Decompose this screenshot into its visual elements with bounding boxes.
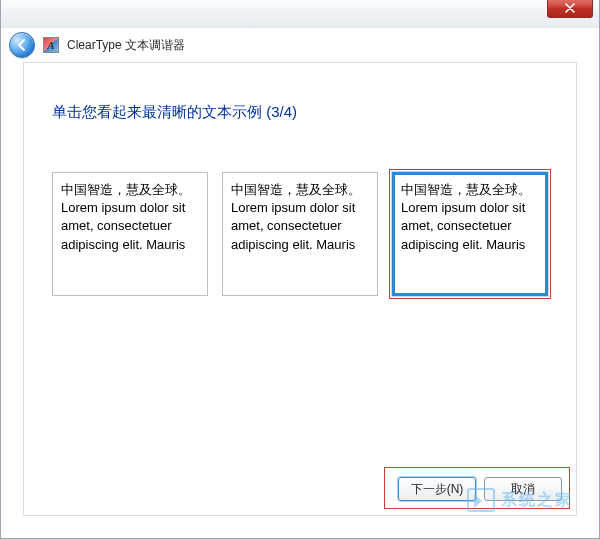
back-arrow-icon (15, 38, 29, 52)
back-button[interactable] (9, 32, 35, 58)
text-sample-1[interactable]: 中国智造，慧及全球。 Lorem ipsum dolor sit amet, c… (52, 172, 208, 296)
cancel-button[interactable]: 取消 (484, 477, 562, 501)
content-panel: 单击您看起来最清晰的文本示例 (3/4) 中国智造，慧及全球。 Lorem ip… (23, 62, 577, 516)
sample-cn-text: 中国智造，慧及全球。 (231, 182, 361, 197)
sample-cn-text: 中国智造，慧及全球。 (61, 182, 191, 197)
text-sample-3[interactable]: 中国智造，慧及全球。 Lorem ipsum dolor sit amet, c… (392, 172, 548, 296)
titlebar (1, 0, 599, 28)
text-sample-2[interactable]: 中国智造，慧及全球。 Lorem ipsum dolor sit amet, c… (222, 172, 378, 296)
sample-grid: 中国智造，慧及全球。 Lorem ipsum dolor sit amet, c… (48, 172, 552, 296)
close-button[interactable] (547, 0, 593, 18)
cleartype-app-icon: A (43, 37, 59, 53)
nav-row: A ClearType 文本调谐器 (1, 28, 599, 62)
wizard-footer: 下一步(N) 取消 (398, 477, 562, 501)
sample-cn-text: 中国智造，慧及全球。 (401, 182, 531, 197)
cleartype-tuner-window: A ClearType 文本调谐器 单击您看起来最清晰的文本示例 (3/4) 中… (0, 0, 600, 539)
sample-en-text: Lorem ipsum dolor sit amet, consectetuer… (61, 200, 185, 251)
close-icon (565, 3, 575, 13)
sample-en-text: Lorem ipsum dolor sit amet, consectetuer… (231, 200, 355, 251)
sample-en-text: Lorem ipsum dolor sit amet, consectetuer… (401, 200, 525, 251)
page-heading: 单击您看起来最清晰的文本示例 (3/4) (52, 103, 552, 122)
window-title: ClearType 文本调谐器 (67, 37, 185, 54)
next-button[interactable]: 下一步(N) (398, 477, 476, 501)
